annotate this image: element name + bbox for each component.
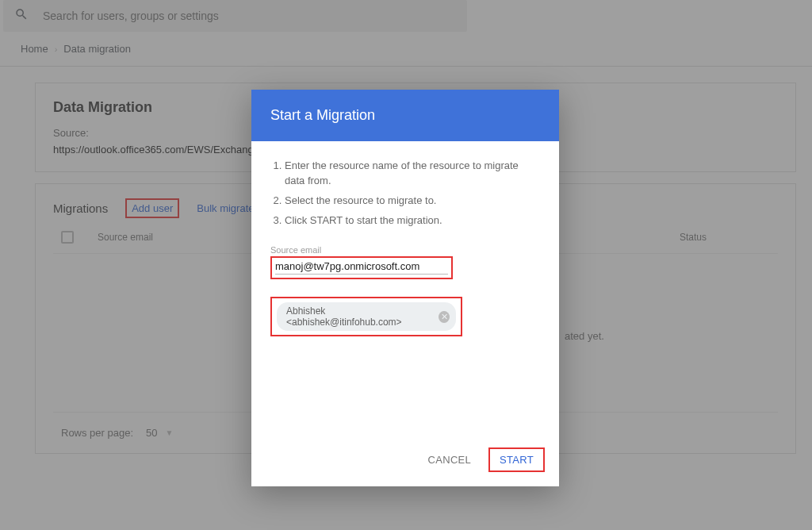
source-email-input[interactable]: [275, 259, 448, 275]
chip-label: Abhishek <abhishek@itinfohub.com>: [286, 305, 432, 328]
cancel-button[interactable]: CANCEL: [420, 447, 480, 472]
start-button[interactable]: START: [488, 447, 545, 472]
dialog-footer: CANCEL START: [251, 440, 559, 486]
instruction-step: Select the resource to migrate to.: [285, 194, 540, 209]
instruction-step: Click START to start the migration.: [285, 213, 540, 229]
start-migration-dialog: Start a Migration Enter the resource nam…: [251, 90, 559, 486]
instruction-step: Enter the resource name of the resource …: [285, 159, 540, 189]
source-email-highlight: [270, 256, 453, 279]
destination-chip[interactable]: Abhishek <abhishek@itinfohub.com> ✕: [277, 302, 456, 331]
source-email-label: Source email: [270, 245, 540, 255]
dialog-title: Start a Migration: [251, 90, 559, 141]
destination-highlight: Abhishek <abhishek@itinfohub.com> ✕: [270, 297, 462, 336]
close-icon[interactable]: ✕: [439, 311, 450, 323]
instruction-list: Enter the resource name of the resource …: [270, 159, 540, 228]
